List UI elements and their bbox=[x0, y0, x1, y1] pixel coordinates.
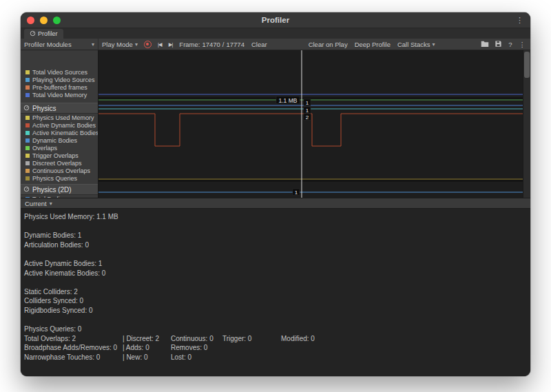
frame-marker-label: 1 bbox=[295, 189, 298, 196]
detail-cell: Lost: 0 bbox=[171, 353, 191, 361]
legend-item[interactable]: Pre-buffered frames bbox=[21, 83, 98, 91]
module-gauge-icon bbox=[23, 186, 30, 194]
save-profile-button[interactable] bbox=[492, 40, 505, 49]
legend-item[interactable]: Dynamic Bodies bbox=[21, 136, 98, 144]
legend-label: Total Video Sources bbox=[32, 69, 87, 76]
detail-blank-line bbox=[24, 278, 530, 288]
chevron-down-icon: ▾ bbox=[50, 200, 52, 207]
detail-cell: Continuous: 0 bbox=[171, 335, 214, 342]
legend-color-swatch bbox=[25, 78, 30, 82]
legend-item[interactable]: Active Dynamic Bodies bbox=[21, 121, 98, 129]
close-button[interactable] bbox=[27, 17, 34, 24]
details-mode-dropdown[interactable]: Current ▾ bbox=[25, 200, 52, 207]
legend-item[interactable]: Physics Queries bbox=[21, 174, 98, 182]
profiler-gauge-icon bbox=[30, 30, 36, 38]
deep-profile-toggle[interactable]: Deep Profile bbox=[351, 41, 394, 48]
detail-cell: Active Dynamic Bodies: 1 bbox=[24, 260, 102, 267]
detail-line: Active Dynamic Bodies: 1 bbox=[24, 260, 530, 269]
chevron-down-icon: ▾ bbox=[92, 41, 94, 48]
prev-frame-button[interactable]: |◀ bbox=[154, 41, 165, 48]
details-pane: Physics Used Memory: 1.1 MBDynamic Bodie… bbox=[21, 209, 530, 376]
legend-color-swatch bbox=[25, 146, 30, 150]
folder-open-icon bbox=[481, 40, 489, 49]
legend-color-swatch bbox=[25, 123, 30, 127]
toolbar: Profiler Modules ▾ Play Mode ▾ |◀ ▶| Fra… bbox=[21, 39, 530, 50]
legend-label: Physics Used Memory bbox=[32, 114, 94, 121]
detail-line: Articulation Bodies: 0 bbox=[24, 241, 530, 251]
detail-cell: Total Overlaps: 2 bbox=[24, 335, 76, 342]
detail-cell: Rigidbodies Synced: 0 bbox=[24, 307, 93, 314]
scrollbar-thumb[interactable] bbox=[524, 52, 530, 78]
load-profile-button[interactable] bbox=[478, 40, 492, 49]
legend-item[interactable]: Total Video Memory bbox=[21, 91, 98, 99]
module-header-physics[interactable]: Physics bbox=[21, 103, 98, 114]
tab-label: Profiler bbox=[38, 30, 58, 37]
legend-item[interactable]: Total Video Sources bbox=[21, 68, 98, 76]
chevron-down-icon: ▾ bbox=[432, 41, 435, 48]
profiler-modules-dropdown[interactable]: Profiler Modules ▾ bbox=[21, 39, 98, 50]
module-list: Total Video SourcesPlaying Video Sources… bbox=[21, 50, 98, 198]
help-button[interactable]: ? bbox=[505, 41, 515, 48]
legend-label: Discreet Overlaps bbox=[32, 160, 82, 167]
detail-line: Colliders Synced: 0 bbox=[24, 297, 530, 307]
titlebar[interactable]: Profiler ⋮ bbox=[21, 12, 530, 28]
module-header-label: Physics (2D) bbox=[32, 186, 72, 194]
detail-line: Physics Used Memory: 1.1 MB bbox=[24, 213, 530, 223]
legend-item[interactable]: Playing Video Sources bbox=[21, 76, 98, 83]
detail-line: Narrowphase Touches: 0| New: 0Lost: 0 bbox=[24, 353, 530, 363]
legend-color-swatch bbox=[25, 161, 30, 165]
details-mode-label: Current bbox=[25, 200, 47, 207]
call-stacks-dropdown[interactable]: Call Stacks ▾ bbox=[394, 41, 439, 48]
module-header-label: Physics bbox=[32, 105, 56, 112]
legend-item[interactable]: Discreet Overlaps bbox=[21, 159, 98, 167]
chart-section-divider bbox=[98, 97, 523, 99]
frame-current: 17470 bbox=[202, 41, 220, 48]
legend-label: Trigger Overlaps bbox=[32, 152, 79, 159]
detail-cell: Trigger: 0 bbox=[222, 335, 251, 342]
detail-cell: Broadphase Adds/Removes: 0 bbox=[24, 344, 117, 351]
zoom-button[interactable] bbox=[53, 17, 61, 24]
legend-item[interactable]: Trigger Overlaps bbox=[21, 152, 98, 159]
legend-color-swatch bbox=[25, 131, 30, 135]
legend-item[interactable]: Continuous Overlaps bbox=[21, 167, 98, 174]
legend-color-swatch bbox=[25, 176, 30, 180]
legend-item[interactable]: Overlaps bbox=[21, 144, 98, 152]
legend-color-swatch bbox=[25, 93, 30, 97]
frame-marker-label: 1 bbox=[306, 107, 309, 114]
detail-cell: | New: 0 bbox=[123, 353, 148, 361]
toolbar-kebab-icon[interactable]: ⋮ bbox=[516, 41, 531, 48]
chevron-down-icon: ▾ bbox=[135, 41, 138, 48]
play-mode-dropdown[interactable]: Play Mode ▾ bbox=[98, 41, 141, 48]
detail-cell: Colliders Synced: 0 bbox=[24, 297, 83, 305]
titlebar-kebab-icon[interactable]: ⋮ bbox=[516, 12, 523, 28]
tab-profiler[interactable]: Profiler bbox=[24, 29, 63, 39]
legend-item[interactable]: Total Bodies bbox=[21, 195, 98, 198]
module-header-physics-2d-[interactable]: Physics (2D) bbox=[21, 184, 98, 195]
window-title: Profiler bbox=[21, 16, 530, 24]
next-frame-button[interactable]: ▶| bbox=[165, 41, 176, 48]
detail-blank-line bbox=[24, 223, 530, 232]
legend-label: Overlaps bbox=[32, 145, 57, 152]
selected-value-label: 1.1 MB bbox=[279, 97, 298, 104]
window-controls bbox=[27, 12, 61, 28]
details-lines: Physics Used Memory: 1.1 MBDynamic Bodie… bbox=[24, 213, 530, 363]
clear-on-play-toggle[interactable]: Clear on Play bbox=[305, 41, 351, 48]
detail-line: Static Colliders: 2 bbox=[24, 288, 530, 298]
legend-item[interactable]: Physics Used Memory bbox=[21, 114, 98, 121]
legend-color-swatch bbox=[25, 197, 30, 198]
clear-button[interactable]: Clear bbox=[248, 41, 271, 48]
detail-cell: | Adds: 0 bbox=[123, 344, 149, 351]
detail-blank-line bbox=[24, 250, 530, 260]
detail-cell: Active Kinematic Bodies: 0 bbox=[24, 269, 105, 277]
minimize-button[interactable] bbox=[40, 17, 48, 24]
legend-label: Pre-buffered frames bbox=[32, 84, 87, 91]
legend-color-swatch bbox=[25, 138, 30, 143]
chart-scrollbar[interactable] bbox=[523, 50, 530, 198]
legend-item[interactable]: Active Kinematic Bodies bbox=[21, 129, 98, 136]
profiler-chart[interactable]: 1.1 MB1121 bbox=[98, 50, 523, 198]
module-gauge-icon bbox=[23, 105, 30, 112]
detail-cell: Dynamic Bodies: 1 bbox=[24, 231, 81, 239]
chart-area[interactable]: 1.1 MB1121 bbox=[98, 50, 523, 198]
record-button[interactable] bbox=[144, 41, 152, 48]
detail-cell: | Discreet: 2 bbox=[123, 335, 159, 342]
